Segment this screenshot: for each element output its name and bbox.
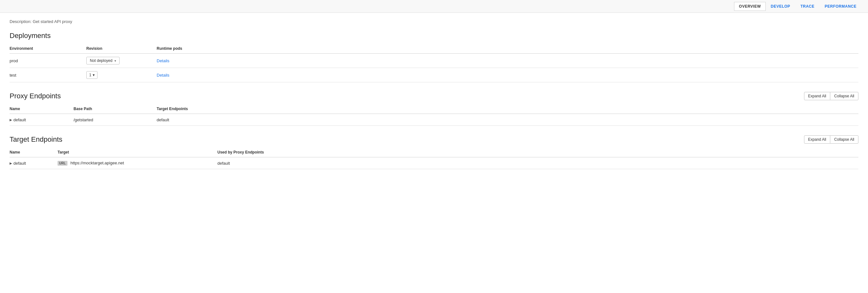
table-row: ▶ default /getstarted default [9, 114, 859, 126]
tab-performance[interactable]: PERFORMANCE [819, 2, 862, 11]
te-name-cell: ▶ default [9, 157, 58, 169]
te-target-cell: URL https://mocktarget.apigee.net [58, 157, 217, 169]
chevron-down-icon: ▾ [93, 73, 95, 77]
te-target-url: https://mocktarget.apigee.net [70, 160, 124, 165]
deployments-table: Environment Revision Runtime pods prod N… [9, 44, 859, 82]
proxy-endpoints-actions: Expand All Collapse All [804, 92, 859, 100]
main-content: Description: Get started API proxy Deplo… [0, 13, 868, 185]
col-revision: Revision [86, 44, 157, 53]
table-row: test 1 ▾ Details [9, 68, 859, 82]
col-te-name: Name [9, 147, 58, 157]
col-runtime-pods: Runtime pods [157, 44, 859, 53]
tab-trace[interactable]: TRACE [796, 2, 820, 11]
chevron-right-icon: ▶ [9, 118, 12, 121]
te-used-by-cell: default [217, 157, 859, 169]
target-endpoints-table: Name Target Used by Proxy Endpoints ▶ de… [9, 147, 859, 169]
col-pe-base-path: Base Path [73, 104, 157, 114]
chevron-down-icon: ▾ [115, 59, 116, 63]
target-endpoints-title: Target Endpoints [9, 135, 62, 144]
proxy-expand-all-button[interactable]: Expand All [804, 92, 831, 100]
proxy-collapse-all-button[interactable]: Collapse All [830, 92, 859, 100]
env-test: test [9, 68, 86, 82]
tab-overview[interactable]: OVERVIEW [734, 2, 765, 11]
proxy-endpoints-title: Proxy Endpoints [9, 92, 61, 100]
proxy-endpoints-header: Proxy Endpoints Expand All Collapse All [9, 92, 859, 100]
pe-base-path-cell: /getstarted [73, 114, 157, 126]
details-test-cell: Details [157, 68, 859, 82]
pe-target-endpoints-cell: default [157, 114, 859, 126]
revision-dropdown[interactable]: 1 ▾ [86, 71, 97, 79]
target-collapse-all-button[interactable]: Collapse All [830, 135, 859, 144]
table-row: prod Not deployed ▾ Details [9, 53, 859, 68]
description-text: Description: Get started API proxy [9, 19, 859, 24]
pe-expand-toggle[interactable]: ▶ default [9, 117, 26, 122]
details-prod-cell: Details [157, 53, 859, 68]
top-nav: OVERVIEW DEVELOP TRACE PERFORMANCE [0, 0, 868, 13]
revision-test-cell: 1 ▾ [86, 68, 157, 82]
target-expand-all-button[interactable]: Expand All [804, 135, 831, 144]
chevron-right-icon: ▶ [9, 161, 12, 165]
details-prod-link[interactable]: Details [157, 59, 169, 63]
tab-develop[interactable]: DEVELOP [766, 2, 796, 11]
not-deployed-dropdown[interactable]: Not deployed ▾ [86, 57, 120, 65]
table-row: ▶ default URL https://mocktarget.apigee.… [9, 157, 859, 169]
col-te-used-by: Used by Proxy Endpoints [217, 147, 859, 157]
url-badge: URL [58, 161, 67, 166]
col-pe-name: Name [9, 104, 73, 114]
revision-prod-cell: Not deployed ▾ [86, 53, 157, 68]
te-expand-toggle[interactable]: ▶ default [9, 161, 26, 166]
target-endpoints-header: Target Endpoints Expand All Collapse All [9, 135, 859, 144]
deployments-title: Deployments [9, 32, 859, 40]
col-pe-target-endpoints: Target Endpoints [157, 104, 859, 114]
proxy-endpoints-table: Name Base Path Target Endpoints ▶ defaul… [9, 104, 859, 126]
pe-name-cell: ▶ default [9, 114, 73, 126]
col-environment: Environment [9, 44, 86, 53]
details-test-link[interactable]: Details [157, 73, 169, 78]
col-te-target: Target [58, 147, 217, 157]
target-endpoints-actions: Expand All Collapse All [804, 135, 859, 144]
env-prod: prod [9, 53, 86, 68]
